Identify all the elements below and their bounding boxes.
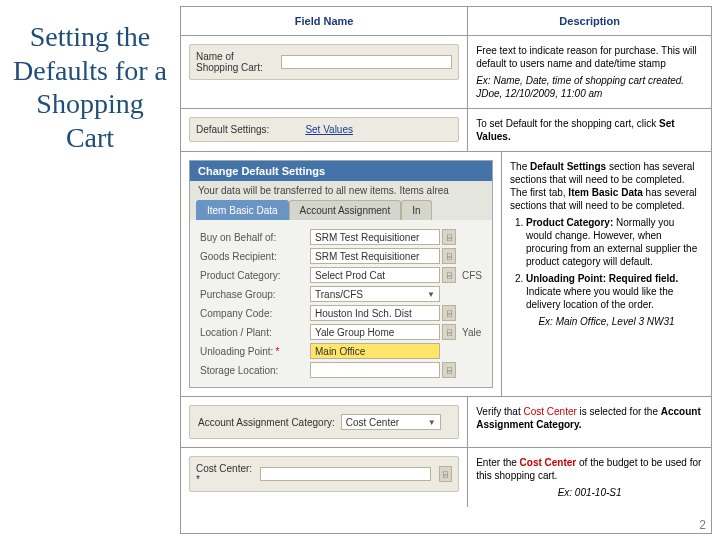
goods-label: Goods Recipient: (200, 251, 310, 262)
row3-example: Ex: Main Office, Level 3 NW31 (510, 315, 703, 328)
change-default-box: Change Default Settings Your data will b… (189, 160, 493, 388)
prodcat-label: Product Category: (200, 270, 310, 281)
set-values-link[interactable]: Set Values (305, 124, 353, 135)
aac-select[interactable]: Cost Center▼ (341, 414, 441, 430)
default-settings-panel: Default Settings: Set Values (189, 117, 459, 142)
tab-item-basic-data[interactable]: Item Basic Data (196, 200, 289, 220)
row5-example: Ex: 001-10-S1 (476, 486, 703, 499)
row-account-assignment-cat: Account Assignment Category: Cost Center… (181, 396, 711, 447)
tab-account-assignment[interactable]: Account Assignment (289, 200, 402, 220)
purchgroup-label: Purchase Group: (200, 289, 310, 300)
aac-panel: Account Assignment Category: Cost Center… (189, 405, 459, 439)
row-change-default: Change Default Settings Your data will b… (181, 151, 711, 396)
cost-center-panel: Cost Center: * ⌸ (189, 456, 459, 492)
change-default-subtext: Your data will be transferred to all new… (190, 181, 492, 200)
row1-example: Ex: Name, Date, time of shopping cart cr… (476, 74, 703, 100)
row-cost-center: Cost Center: * ⌸ Enter the Cost Center o… (181, 447, 711, 507)
picker-icon[interactable]: ⌸ (442, 248, 456, 264)
unloading-label: Unloading Point:* (200, 346, 310, 357)
location-select[interactable]: Yale Group Home (310, 324, 440, 340)
picker-icon[interactable]: ⌸ (442, 362, 456, 378)
form-area: Buy on Behalf of:SRM Test Requisitioner⌸… (190, 220, 492, 387)
col-description: Description (467, 7, 711, 35)
name-of-cart-input[interactable] (281, 55, 452, 69)
li-product-category: Product Category: Normally you would cha… (526, 216, 703, 268)
li-unloading-point: Unloading Point: Required field. Indicat… (526, 272, 703, 311)
change-default-bar: Change Default Settings (190, 161, 492, 181)
purchgroup-select[interactable]: Trans/CFS▼ (310, 286, 440, 302)
goods-select[interactable]: SRM Test Requisitioner (310, 248, 440, 264)
prodcat-trail: CFS (462, 270, 482, 281)
cost-center-input[interactable] (260, 467, 431, 481)
company-label: Company Code: (200, 308, 310, 319)
company-select[interactable]: Houston Ind Sch. Dist (310, 305, 440, 321)
picker-icon[interactable]: ⌸ (442, 305, 456, 321)
default-settings-label: Default Settings: (196, 124, 269, 135)
reference-table: Field Name Description Name of Shopping … (180, 6, 712, 534)
row2-desc: To set Default for the shopping cart, cl… (476, 118, 659, 129)
location-trail: Yale (462, 327, 481, 338)
page-number: 2 (699, 518, 706, 532)
storage-select[interactable] (310, 362, 440, 378)
name-of-cart-label: Name of Shopping Cart: (196, 51, 275, 73)
aac-label: Account Assignment Category: (198, 417, 335, 428)
unloading-input[interactable]: Main Office (310, 343, 440, 359)
tab-bar: Item Basic Data Account Assignment In (190, 200, 492, 220)
cost-center-label: Cost Center: * (196, 463, 254, 485)
chevron-down-icon: ▼ (427, 290, 435, 299)
col-field-name: Field Name (181, 7, 467, 35)
picker-icon[interactable]: ⌸ (439, 466, 452, 482)
storage-label: Storage Location: (200, 365, 310, 376)
row-set-values: Default Settings: Set Values To set Defa… (181, 108, 711, 151)
picker-icon[interactable]: ⌸ (442, 267, 456, 283)
table-header: Field Name Description (181, 7, 711, 35)
cost-center-text: Cost Center (523, 406, 576, 417)
row-name-of-cart: Name of Shopping Cart: Free text to indi… (181, 35, 711, 108)
row1-desc: Free text to indicate reason for purchas… (476, 44, 703, 70)
behalf-label: Buy on Behalf of: (200, 232, 310, 243)
tab-in[interactable]: In (401, 200, 431, 220)
behalf-select[interactable]: SRM Test Requisitioner (310, 229, 440, 245)
name-of-cart-panel: Name of Shopping Cart: (189, 44, 459, 80)
page-title: Setting the Defaults for a Shopping Cart (0, 0, 180, 540)
chevron-down-icon: ▼ (428, 418, 436, 427)
picker-icon[interactable]: ⌸ (442, 324, 456, 340)
picker-icon[interactable]: ⌸ (442, 229, 456, 245)
prodcat-select[interactable]: Select Prod Cat (310, 267, 440, 283)
location-label: Location / Plant: (200, 327, 310, 338)
